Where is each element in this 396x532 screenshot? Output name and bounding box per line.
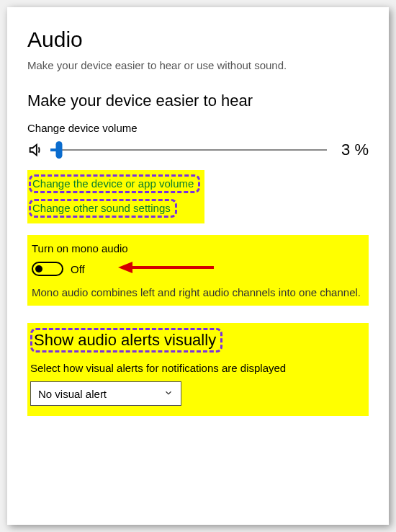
mono-audio-label: Turn on mono audio (32, 242, 363, 254)
page-description: Make your device easier to hear or use w… (27, 59, 369, 71)
section-visual-alerts: Show audio alerts visually (34, 331, 216, 349)
volume-slider[interactable] (50, 140, 327, 160)
visual-alert-selected: No visual alert (38, 388, 107, 400)
volume-row: 3 % (27, 140, 369, 160)
mono-audio-description: Mono audio combines left and right audio… (32, 286, 363, 298)
sound-links-block: Change the device or app volume Change o… (27, 170, 204, 223)
annotation-arrow-icon (117, 260, 217, 278)
link-other-sound-settings[interactable]: Change other sound settings (32, 202, 171, 214)
visual-alert-label: Select how visual alerts for notificatio… (30, 362, 363, 374)
speaker-icon (27, 142, 43, 158)
page-title: Audio (27, 27, 369, 52)
annotation-highlight: Change the device or app volume (29, 174, 200, 193)
volume-slider-thumb[interactable] (55, 141, 62, 159)
annotation-highlight: Change other sound settings (29, 199, 177, 218)
chevron-down-icon (163, 388, 174, 400)
visual-alert-select[interactable]: No visual alert (30, 381, 181, 406)
volume-label: Change device volume (27, 122, 369, 134)
audio-settings-window: Audio Make your device easier to hear or… (7, 7, 389, 525)
volume-percent: 3 % (334, 141, 369, 159)
section-easier-to-hear: Make your device easier to hear (27, 92, 369, 110)
annotation-highlight: Show audio alerts visually (30, 328, 222, 353)
svg-marker-1 (118, 262, 132, 273)
mono-audio-block: Turn on mono audio Off Mono audio combin… (27, 235, 369, 306)
visual-alerts-block: Show audio alerts visually Select how vi… (27, 323, 369, 416)
mono-audio-state: Off (71, 263, 85, 275)
link-device-app-volume[interactable]: Change the device or app volume (32, 177, 194, 190)
mono-audio-toggle[interactable] (32, 262, 63, 276)
